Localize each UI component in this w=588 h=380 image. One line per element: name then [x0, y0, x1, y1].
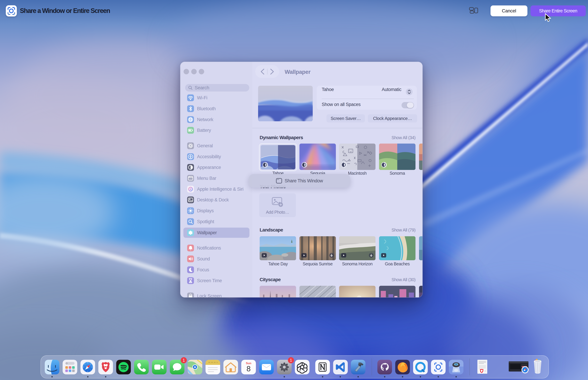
svg-text:8: 8 — [247, 364, 251, 373]
